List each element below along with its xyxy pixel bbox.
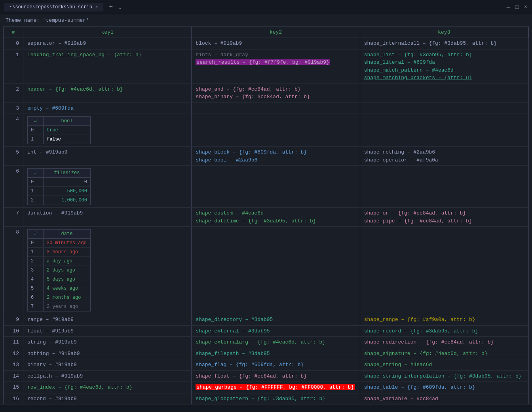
col1-9: range – #919ab9 <box>23 314 192 325</box>
col2-12: shape_filepath – #3dab95 <box>192 348 360 359</box>
col3-9: shape_range – {fg: #af9a0a, attr: b} <box>360 314 528 325</box>
row-num-1: 1 <box>4 49 23 84</box>
text: record – #919ab9 <box>27 396 77 402</box>
inner-td-num: 2 <box>28 196 44 205</box>
text: shape_flag – {fg: #609fda, attr: b} <box>196 362 304 368</box>
date-inner-table: # date 0 30 minutes ago 1 3 hours ago 2 … <box>27 229 91 311</box>
inner-td-num: 4 <box>28 275 44 284</box>
col3-15: shape_table – {fg: #609fda, attr: b} <box>360 382 528 393</box>
col2-7: shape_custom – #4eac6dshape_datetime – {… <box>192 208 360 226</box>
row-num-12: 12 <box>4 348 23 359</box>
inner-td-num: 2 <box>28 257 44 266</box>
col3-14: shape_string_interpolation – {fg: #3dab9… <box>360 371 528 382</box>
inner-td-num: 7 <box>28 302 44 311</box>
active-tab[interactable]: ~\source\repos\forks\nu-scrip × <box>4 3 103 11</box>
inner-td-num: 0 <box>28 239 44 247</box>
inner-td-num: 1 <box>28 135 44 144</box>
table-row: 6 # filesizes 0 0 1 500,000 <box>4 166 528 208</box>
text: range – #919ab9 <box>27 317 74 323</box>
inner-td-val: 4 weeks ago <box>44 284 90 293</box>
row-num-7: 7 <box>4 208 23 226</box>
text: separator – #919ab9 <box>27 40 86 46</box>
col2-1: hints – dark_gray search_results – {fg: … <box>192 49 360 84</box>
col1-14: cellpath – #919ab9 <box>23 371 192 382</box>
col3-10: shape_record – {fg: #3dab95, attr: b} <box>360 326 528 337</box>
inner-td-val: 3 hours ago <box>44 248 90 256</box>
inner-td-num: 0 <box>28 126 44 135</box>
inner-header: # bool <box>28 117 90 126</box>
col1-0: separator – #919ab9 <box>23 38 192 49</box>
col1-5: int – #919ab9 <box>23 147 192 165</box>
row-num-0: 0 <box>4 38 23 49</box>
row-num-5: 5 <box>4 147 23 165</box>
header-key2: key2 <box>192 27 360 38</box>
col3-5: shape_nothing – #2aa9b6shape_operator – … <box>360 147 528 165</box>
col3-12: shape_signature – {fg: #4eac6d, attr: b} <box>360 348 528 359</box>
text: shape_redirection – {fg: #cc84ad, attr: … <box>364 339 494 345</box>
table-row: 0 separator – #919ab9 block – #919ab9 sh… <box>4 38 528 49</box>
row-num-9: 9 <box>4 314 23 325</box>
header-key3: key3 <box>360 27 528 38</box>
new-tab-button[interactable]: + <box>106 4 116 11</box>
inner-header: # filesizes <box>28 169 90 178</box>
col2-4 <box>192 114 360 146</box>
titlebar-left: ~\source\repos\forks\nu-scrip × + ⌄ <box>4 3 506 11</box>
table-row: 7 duration – #919ab9 shape_custom – #4ea… <box>4 208 528 227</box>
text: shape_or – {fg: #cc84ad, attr: b}shape_p… <box>364 210 472 224</box>
row-num-16: 16 <box>4 393 23 404</box>
maximize-button[interactable]: □ <box>515 5 519 9</box>
col1-16: record – #919ab9 <box>23 393 192 404</box>
text: float – #919ab9 <box>27 328 74 334</box>
text: cellpath – #919ab9 <box>27 373 83 379</box>
inner-row: 0 30 minutes ago <box>28 239 90 248</box>
text: shape_range – {fg: #af9a0a, attr: b} <box>364 317 475 323</box>
table-row: 3 empty – #609fda <box>4 103 528 114</box>
col2-3 <box>192 103 360 114</box>
col3-8 <box>360 227 528 314</box>
inner-row: 7 2 years ago <box>28 302 90 311</box>
header-num: # <box>4 27 23 38</box>
text: shape_externalarg – {fg: #4eac6d, attr: … <box>196 339 325 345</box>
inner-td-val: 0 <box>44 178 90 186</box>
text: shape_nothing – #2aa9b6shape_operator – … <box>364 149 438 163</box>
inner-row: 2 a day ago <box>28 257 90 266</box>
inner-td-val: 5 days ago <box>44 275 90 284</box>
text: empty – #609fda <box>27 105 74 111</box>
row-num-8: 8 <box>4 227 23 314</box>
tab-close-icon[interactable]: × <box>95 5 98 9</box>
inner-row: 3 2 days ago <box>28 266 90 275</box>
inner-td-val: 30 minutes ago <box>44 239 90 247</box>
col1-10: float – #919ab9 <box>23 326 192 337</box>
table-body: 0 separator – #919ab9 block – #919ab9 sh… <box>4 38 528 412</box>
text: int – #919ab9 <box>27 149 67 155</box>
inner-row: 1 false <box>28 135 90 144</box>
titlebar: ~\source\repos\forks\nu-scrip × + ⌄ — □ … <box>0 0 532 14</box>
col2-14: shape_float – {fg: #cc84ad, attr: b} <box>192 371 360 382</box>
inner-td-val: 1,000,000 <box>44 196 90 205</box>
row-num-14: 14 <box>4 371 23 382</box>
col2-10: shape_external – #3dab95 <box>192 326 360 337</box>
table-row: 10 float – #919ab9 shape_external – #3da… <box>4 326 528 337</box>
text: shape_directory – #3dab95 <box>196 317 273 323</box>
inner-td-val: 2 months ago <box>44 293 90 302</box>
table-row: 5 int – #919ab9 shape_block – {fg: #609f… <box>4 147 528 166</box>
inner-td-val: 2 years ago <box>44 302 90 311</box>
col1-8: # date 0 30 minutes ago 1 3 hours ago 2 … <box>23 227 192 314</box>
col2-9: shape_directory – #3dab95 <box>192 314 360 325</box>
inner-header: # date <box>28 230 90 239</box>
text: shape_signature – {fg: #4eac6d, attr: b} <box>364 351 488 357</box>
table-row: 14 cellpath – #919ab9 shape_float – {fg:… <box>4 371 528 382</box>
inner-td-val: 2 days ago <box>44 266 90 275</box>
inner-row: 4 5 days ago <box>28 275 90 284</box>
filesizes-inner-table: # filesizes 0 0 1 500,000 2 1,000,000 <box>27 168 91 205</box>
text: row_index – {fg: #4eac6d, attr: b} <box>27 384 132 390</box>
tab-dropdown-button[interactable]: ⌄ <box>118 4 122 10</box>
text: shape_list – {fg: #3dab95, attr: b}shape… <box>364 52 472 81</box>
minimize-button[interactable]: — <box>506 5 511 9</box>
col1-12: nothing – #919ab9 <box>23 348 192 359</box>
close-window-button[interactable]: × <box>523 5 528 9</box>
window-controls: — □ × <box>506 5 528 9</box>
inner-th-filesizes: filesizes <box>44 169 90 177</box>
text: shape_string_interpolation – {fg: #3dab9… <box>364 373 522 379</box>
inner-th-date: date <box>44 230 90 238</box>
